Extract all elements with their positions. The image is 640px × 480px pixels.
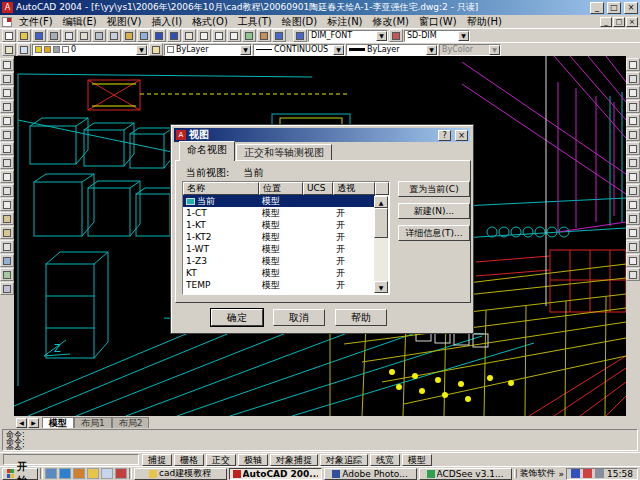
stretch-icon[interactable] <box>626 170 640 183</box>
color-combo[interactable]: ByLayer ▼ <box>164 44 252 56</box>
point-icon[interactable] <box>0 240 14 253</box>
print-icon[interactable] <box>47 29 61 42</box>
menu-window[interactable]: 窗口(W) <box>414 16 462 27</box>
ie-icon[interactable] <box>59 468 71 479</box>
open-icon[interactable] <box>17 29 31 42</box>
folder-icon[interactable] <box>87 468 99 479</box>
layout-nav-next-button[interactable]: ▶ <box>28 418 39 428</box>
chamfer-icon[interactable] <box>626 240 640 253</box>
lengthen-icon[interactable] <box>626 184 640 197</box>
help-icon[interactable] <box>272 29 286 42</box>
polygon-icon[interactable] <box>0 100 14 113</box>
view-list-row[interactable]: 1-WT模型开 <box>183 243 389 255</box>
chevron-down-icon[interactable]: ▼ <box>458 31 469 41</box>
view-list-row[interactable]: 1-KT模型开 <box>183 219 389 231</box>
scale-icon[interactable] <box>626 156 640 169</box>
dim-style-combo[interactable]: SD-DIM ▼ <box>404 30 470 42</box>
line-icon[interactable] <box>0 58 14 71</box>
extend-icon[interactable] <box>626 212 640 225</box>
command-text-area[interactable]: 命令:命令: 命令: <box>2 429 638 451</box>
layout1-tab[interactable]: 布局1 <box>74 417 112 428</box>
explode-icon[interactable] <box>626 268 640 281</box>
designcenter-icon[interactable] <box>257 29 271 42</box>
details-button[interactable]: 详细信息(T)... <box>398 225 470 241</box>
rotate-icon[interactable] <box>626 142 640 155</box>
circle-icon[interactable] <box>0 142 14 155</box>
ellipse-icon[interactable] <box>0 184 14 197</box>
status-toggle-lwt[interactable]: 线宽 <box>370 454 400 466</box>
view-list-row[interactable]: KT模型开 <box>183 267 389 279</box>
status-toggle-polar[interactable]: 极轴 <box>238 454 268 466</box>
taskbar-task-3[interactable]: ACDSee v3.1... <box>419 468 512 480</box>
arc-icon[interactable] <box>0 128 14 141</box>
text-style-combo[interactable]: DIM_FONT ▼ <box>308 30 388 42</box>
array-icon[interactable] <box>626 114 640 127</box>
pan-icon[interactable] <box>182 29 196 42</box>
layout-nav-prev-button[interactable]: ◀ <box>16 418 27 428</box>
dialog-help-button[interactable]: ? <box>438 130 451 141</box>
mail-icon[interactable] <box>101 468 113 479</box>
status-toggle-model[interactable]: 模型 <box>402 454 432 466</box>
spline-icon[interactable] <box>0 170 14 183</box>
band-grip[interactable] <box>514 469 517 478</box>
move-icon[interactable] <box>626 128 640 141</box>
set-current-button[interactable]: 置为当前(C) <box>398 181 470 197</box>
erase-icon[interactable] <box>626 58 640 71</box>
taskbar-task-1[interactable]: AutoCAD 200... <box>229 468 322 480</box>
scroll-down-button[interactable]: ▼ <box>374 281 388 293</box>
dialog-titlebar[interactable]: A 视图 ? × <box>174 128 470 142</box>
menu-modify[interactable]: 修改(M) <box>368 16 414 27</box>
trim-icon[interactable] <box>626 198 640 211</box>
help-button[interactable]: 帮助 <box>335 309 387 326</box>
acdsee-icon[interactable] <box>115 468 127 479</box>
menu-draw[interactable]: 绘图(D) <box>277 16 323 27</box>
taskbar-task-0[interactable]: cad建模教程 <box>134 468 227 480</box>
construction-line-icon[interactable] <box>0 72 14 85</box>
ellipse-arc-icon[interactable] <box>0 198 14 211</box>
properties-icon[interactable] <box>242 29 256 42</box>
tab-orthographic-views[interactable]: 正交和等轴测视图 <box>236 144 332 161</box>
dialog-close-button[interactable]: × <box>455 130 468 141</box>
taskbar-task-2[interactable]: Adobe Photo... <box>324 468 417 480</box>
view-list-scrollbar[interactable]: ▲ ▼ <box>374 196 388 293</box>
media-player-icon[interactable] <box>73 468 85 479</box>
view-list-row[interactable]: 1-CT模型开 <box>183 207 389 219</box>
hatch-icon[interactable] <box>0 254 14 267</box>
chevron-down-icon[interactable]: ▼ <box>136 45 147 55</box>
new-view-button[interactable]: 新建(N)... <box>398 203 470 219</box>
band-chevron-icon[interactable]: » <box>559 469 565 479</box>
tab-named-views[interactable]: 命名视图 <box>179 141 235 161</box>
fillet-icon[interactable] <box>626 254 640 267</box>
scroll-thumb[interactable] <box>374 208 388 238</box>
mtext-icon[interactable] <box>0 282 14 295</box>
view-list-row[interactable]: 1-KT2模型开 <box>183 231 389 243</box>
status-toggle-snap[interactable]: 捕捉 <box>142 454 172 466</box>
close-button[interactable]: × <box>624 2 638 14</box>
view-list-row[interactable]: 1-Z3模型开 <box>183 255 389 267</box>
insert-block-icon[interactable] <box>0 212 14 225</box>
offset-icon[interactable] <box>626 100 640 113</box>
status-toggle-otrack[interactable]: 对象追踪 <box>320 454 368 466</box>
show-desktop-icon[interactable] <box>45 468 57 479</box>
paste-icon[interactable] <box>122 29 136 42</box>
chevron-down-icon[interactable]: ▼ <box>376 31 387 41</box>
view-list-row[interactable]: TEMP模型开 <box>183 279 389 291</box>
menu-format[interactable]: 格式(O) <box>187 16 233 27</box>
chevron-down-icon[interactable]: ▼ <box>240 45 251 55</box>
undo-icon[interactable] <box>152 29 166 42</box>
polyline-icon[interactable] <box>0 86 14 99</box>
column-header-name[interactable]: 名称 <box>183 182 259 195</box>
layer-combo[interactable]: 0 ▼ <box>32 44 148 56</box>
column-header-location[interactable]: 位置 <box>259 182 303 195</box>
menu-edit[interactable]: 编辑(E) <box>58 16 102 27</box>
chevron-down-icon[interactable]: ▼ <box>426 45 437 55</box>
menu-help[interactable]: 帮助(H) <box>462 16 507 27</box>
print-preview-icon[interactable] <box>62 29 76 42</box>
ime-icon[interactable] <box>571 469 580 478</box>
command-prompt[interactable]: 命令: <box>6 445 634 451</box>
layer-previous-icon[interactable] <box>17 43 31 56</box>
child-minimize-button[interactable]: _ <box>600 17 612 27</box>
spelling-icon[interactable] <box>77 29 91 42</box>
text-style-icon[interactable] <box>293 29 307 42</box>
menu-tools[interactable]: 工具(T) <box>233 16 277 27</box>
